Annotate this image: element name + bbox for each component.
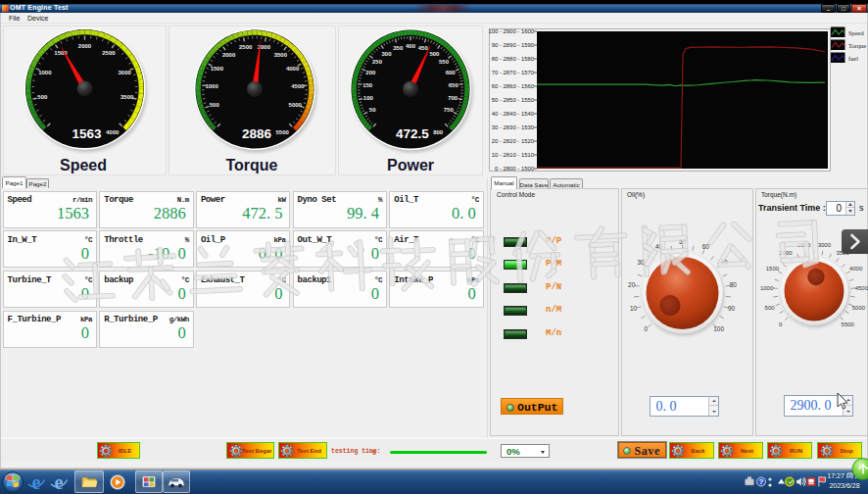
svg-text:50 - 2850 - 1550: 50 - 2850 - 1550	[492, 97, 535, 103]
svg-text:20 - 2820 - 1520: 20 - 2820 - 1520	[492, 138, 535, 144]
svg-text:100 - 2900 - 1600: 100 - 2900 - 1600	[488, 28, 534, 34]
svg-text:40 - 2840 - 1540: 40 - 2840 - 1540	[492, 111, 535, 117]
svg-text:30 - 2830 - 1530: 30 - 2830 - 1530	[492, 124, 535, 130]
svg-text:80 - 2880 - 1580: 80 - 2880 - 1580	[492, 56, 535, 62]
svg-text:10 - 2810 - 1510: 10 - 2810 - 1510	[492, 152, 535, 158]
svg-text:0 - 2800 - 1500: 0 - 2800 - 1500	[495, 166, 535, 172]
svg-text:60 - 2860 - 1560: 60 - 2860 - 1560	[492, 83, 535, 89]
svg-text:90 - 2890 - 1590: 90 - 2890 - 1590	[492, 42, 535, 48]
svg-text:?: ?	[759, 477, 764, 486]
svg-text:Torque: Torque	[848, 42, 866, 49]
svg-text:Speed: Speed	[848, 29, 864, 36]
svg-text:fuel: fuel	[848, 55, 858, 62]
svg-text:70 - 2870 - 1570: 70 - 2870 - 1570	[492, 70, 535, 75]
